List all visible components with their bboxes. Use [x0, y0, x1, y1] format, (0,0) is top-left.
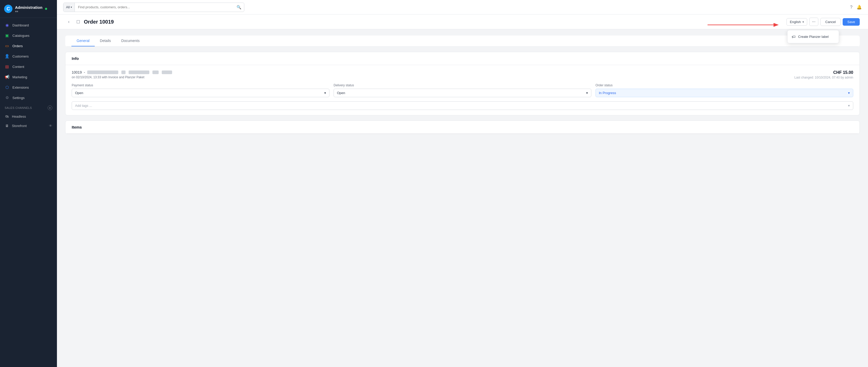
sidebar-item-customers[interactable]: 👤 Customers [0, 51, 57, 61]
tab-general[interactable]: General [71, 35, 95, 47]
order-status-chevron-icon: ▾ [848, 91, 850, 95]
create-planzer-label-item[interactable]: 🏷 Create Planzer label [787, 32, 839, 41]
order-number: 10019 [72, 70, 82, 75]
search-input[interactable] [75, 5, 234, 9]
order-blurred-3 [129, 70, 149, 74]
language-label: English [790, 20, 801, 24]
sidebar-item-dashboard[interactable]: ◉ Dashboard [0, 20, 57, 30]
sidebar-item-storefront[interactable]: 🖥 Storefront 👁 [0, 121, 57, 130]
dropdown-item-label: Create Planzer label [798, 35, 829, 38]
tab-documents[interactable]: Documents [116, 35, 145, 47]
add-sales-channel-button[interactable]: + [48, 106, 52, 110]
storefront-icon: 🖥 [5, 123, 9, 128]
dashboard-icon: ◉ [5, 23, 9, 27]
sidebar-item-label: Customers [12, 54, 29, 58]
payment-status-select[interactable]: Open ▾ [72, 89, 330, 97]
sidebar-item-orders[interactable]: ▭ Orders [0, 41, 57, 51]
search-all-label: All [66, 5, 70, 9]
label-icon: 🏷 [792, 34, 796, 39]
header-actions: English ▾ ··· Cancel Save 🏷 Create Planz… [786, 18, 860, 26]
sidebar-item-headless[interactable]: 🛍 Headless [0, 112, 57, 121]
status-row: Payment status Open ▾ Delivery status Op… [72, 83, 853, 97]
catalogues-icon: ▣ [5, 33, 9, 38]
marketing-icon: 📢 [5, 75, 9, 79]
items-section: Items [65, 120, 860, 134]
order-id-line: 10019 - [72, 70, 172, 75]
payment-status-label: Payment status [72, 83, 330, 87]
eye-icon: 👁 [49, 124, 52, 128]
delivery-status-label: Delivery status [334, 83, 591, 87]
cancel-button[interactable]: Cancel [820, 18, 841, 26]
info-header: Info [65, 52, 860, 65]
sidebar-item-label: Orders [12, 44, 23, 48]
more-options-button[interactable]: ··· [809, 18, 818, 26]
sidebar-item-catalogues[interactable]: ▣ Catalogues [0, 30, 57, 41]
extensions-icon: ⬡ [5, 85, 9, 90]
sidebar-item-label: Marketing [12, 75, 27, 79]
info-body: 10019 - on 02/10/2024, 13:33 with Invoic… [65, 65, 860, 115]
delivery-status-field: Delivery status Open ▾ [334, 83, 591, 97]
sidebar-channel-label: Storefront [12, 124, 27, 128]
main-section: General Details Documents [65, 35, 860, 47]
language-chevron-icon: ▾ [803, 21, 804, 23]
main-content: All ▾ 🔍 ? 🔔 ‹ ☐ Order 10019 English ▾ ··… [57, 0, 868, 367]
order-blurred-1 [87, 70, 118, 74]
save-button[interactable]: Save [843, 18, 860, 26]
sidebar-item-content[interactable]: ▤ Content [0, 61, 57, 72]
red-arrow-svg [702, 19, 785, 31]
delivery-status-value: Open [337, 91, 345, 95]
sidebar-nav: ◉ Dashboard ▣ Catalogues ▭ Orders 👤 Cust… [0, 18, 57, 367]
page-title: Order 10019 [84, 19, 114, 25]
tabs-row: General Details Documents [65, 35, 860, 47]
sidebar-item-settings[interactable]: ⚙ Settings [0, 92, 57, 103]
content-icon: ▤ [5, 64, 9, 69]
status-dot [45, 8, 47, 10]
sidebar-item-extensions[interactable]: ⬡ Extensions [0, 82, 57, 92]
payment-chevron-icon: ▾ [324, 91, 326, 95]
dropdown-menu: 🏷 Create Planzer label [787, 30, 839, 43]
payment-status-value: Open [75, 91, 83, 95]
search-chevron-icon: ▾ [71, 6, 72, 8]
sidebar-channel-label: Headless [12, 115, 26, 118]
order-blurred-4 [152, 70, 159, 74]
customers-icon: 👤 [5, 54, 9, 59]
order-blurred-2 [121, 70, 125, 74]
sidebar-title: Administration [15, 5, 42, 9]
help-icon[interactable]: ? [850, 5, 852, 9]
sidebar-item-label: Dashboard [12, 23, 29, 27]
order-status-value: In Progress [599, 91, 616, 95]
order-blurred-5 [162, 70, 172, 74]
orders-icon: ▭ [5, 44, 9, 48]
search-container: All ▾ 🔍 [63, 3, 244, 12]
order-status-field: Order status In Progress ▾ [595, 83, 853, 97]
sidebar-subtitle: ■■ [15, 10, 42, 13]
tab-details[interactable]: Details [95, 35, 116, 47]
order-row: 10019 - on 02/10/2024, 13:33 with Invoic… [72, 70, 853, 79]
search-button[interactable]: 🔍 [234, 5, 244, 9]
search-all-button[interactable]: All ▾ [63, 3, 75, 12]
logo-icon: C [4, 5, 12, 13]
topbar-actions: ? 🔔 [850, 5, 862, 9]
tags-field[interactable]: Add tags ... ▾ [72, 101, 853, 110]
sidebar-item-label: Settings [12, 96, 25, 100]
sidebar-header: C Administration ■■ [0, 0, 57, 18]
tags-chevron-icon: ▾ [848, 104, 850, 108]
page-header-left: ‹ ☐ Order 10019 [65, 18, 114, 25]
sales-channels-label: Sales Channels [5, 106, 32, 109]
sidebar-item-label: Catalogues [12, 34, 30, 37]
headless-icon: 🛍 [5, 114, 9, 119]
last-changed: Last changed: 10/10/2024, 07:40 by admin [794, 76, 853, 79]
bookmark-button[interactable]: ☐ [74, 18, 82, 25]
notification-icon[interactable]: 🔔 [857, 5, 862, 9]
delivery-status-select[interactable]: Open ▾ [334, 89, 591, 97]
language-selector[interactable]: English ▾ [786, 18, 807, 26]
content-area: General Details Documents Info 10019 [57, 29, 868, 367]
sales-channels-header: Sales Channels + [0, 103, 57, 112]
sidebar-item-marketing[interactable]: 📢 Marketing [0, 72, 57, 82]
tags-placeholder: Add tags ... [75, 104, 92, 108]
order-status-label: Order status [595, 83, 853, 87]
back-button[interactable]: ‹ [65, 18, 72, 25]
sidebar-item-label: Extensions [12, 86, 29, 89]
order-status-select[interactable]: In Progress ▾ [595, 89, 853, 97]
order-date: on 02/10/2024, 13:33 with Invoice and Pl… [72, 76, 172, 79]
